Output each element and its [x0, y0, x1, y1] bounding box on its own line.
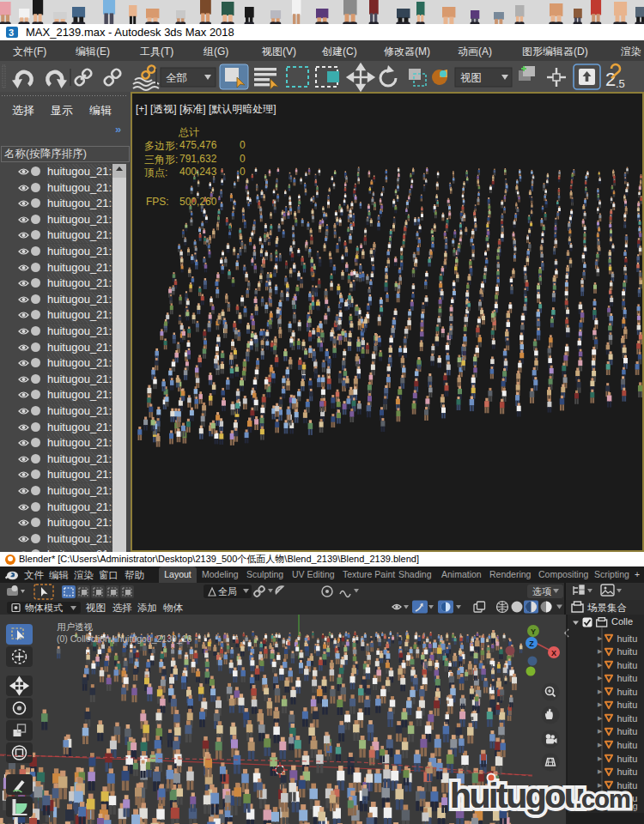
svg-text:huitugou: huitugou [450, 776, 584, 815]
svg-text:.com: .com [575, 785, 630, 813]
